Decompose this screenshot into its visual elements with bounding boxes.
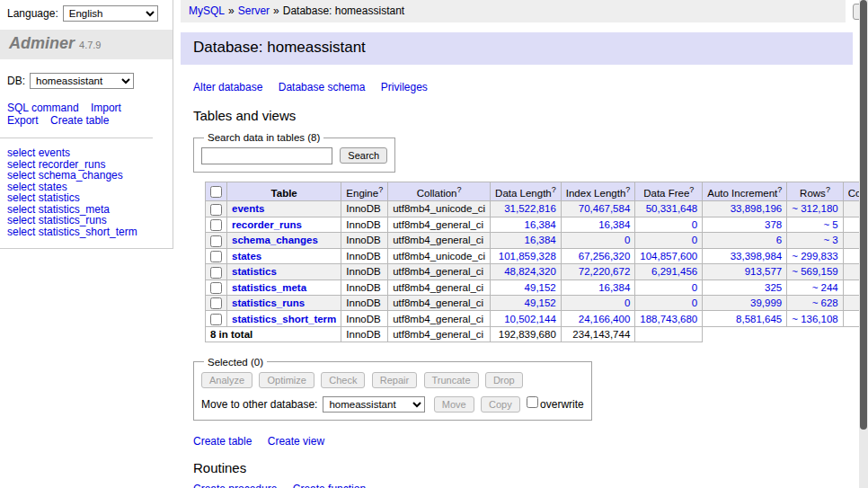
breadcrumb-link-server[interactable]: Server	[238, 4, 270, 17]
row-select-checkbox[interactable]	[210, 314, 222, 325]
scrollbar[interactable]	[859, 0, 868, 488]
data-free-value[interactable]: 0	[635, 279, 703, 295]
search-input[interactable]	[201, 147, 332, 164]
data-free-value[interactable]: 6,291,456	[635, 264, 703, 279]
rows-count-link[interactable]: ~ 136,108	[787, 311, 843, 326]
content-link[interactable]: Alter database	[193, 81, 262, 93]
row-select-checkbox[interactable]	[210, 267, 222, 279]
sidebar-table-link[interactable]: select statistics	[7, 192, 165, 204]
sidebar-table-link[interactable]: select statistics_runs	[7, 215, 165, 226]
row-select-checkbox[interactable]	[210, 235, 222, 247]
table-name-link[interactable]: events	[232, 203, 264, 214]
content-link[interactable]: Privileges	[381, 81, 428, 93]
table-name-link[interactable]: statistics_meta	[232, 282, 306, 293]
content-link[interactable]: Create function	[293, 483, 366, 488]
search-button[interactable]: Search	[340, 147, 387, 164]
help-link[interactable]: ?	[378, 185, 383, 194]
operation-button[interactable]: Drop	[485, 372, 523, 388]
sidebar-table-link[interactable]: select events	[7, 147, 165, 159]
move-database-select[interactable]: homeassistant	[323, 396, 425, 413]
table-name-link[interactable]: statistics_short_term	[232, 314, 336, 324]
sidebar-action-link[interactable]: SQL command	[7, 102, 79, 114]
data-length-value[interactable]: 16,384	[491, 217, 562, 232]
sidebar-table-link[interactable]: select schema_changes	[7, 170, 165, 182]
db-select[interactable]: homeassistant	[30, 73, 134, 89]
data-free-value[interactable]: 104,857,600	[635, 248, 703, 263]
content-link[interactable]: Create view	[268, 435, 324, 448]
data-free-value[interactable]: 50,331,648	[635, 201, 703, 217]
sidebar-table-link[interactable]: select statistics_short_term	[7, 226, 165, 238]
row-select-checkbox[interactable]	[210, 282, 222, 294]
breadcrumb-link-mysql[interactable]: MySQL	[189, 4, 225, 17]
data-length-value[interactable]: 101,859,328	[491, 248, 562, 263]
index-length-value[interactable]: 72,220,672	[561, 264, 635, 279]
table-name-link[interactable]: schema_changes	[232, 235, 318, 245]
data-length-value[interactable]: 49,152	[491, 295, 562, 310]
data-free-value[interactable]: 188,743,680	[635, 311, 703, 326]
auto-increment-value[interactable]: 8,581,645	[703, 311, 787, 326]
auto-increment-value[interactable]: 33,398,984	[703, 248, 787, 263]
sidebar-action-link[interactable]: Create table	[50, 114, 109, 127]
data-length-value[interactable]: 48,824,320	[491, 264, 562, 279]
rows-count-link[interactable]: ~ 299,833	[787, 248, 843, 263]
data-length-value[interactable]: 16,384	[491, 233, 562, 248]
column-header: Index Length?	[561, 182, 635, 201]
table-name-link[interactable]: statistics	[232, 266, 277, 277]
auto-increment-value[interactable]: 913,577	[703, 264, 787, 279]
rows-count-link[interactable]: ~ 628	[787, 295, 843, 310]
overwrite-checkbox[interactable]	[527, 396, 538, 408]
rows-count-link[interactable]: ~ 5	[787, 217, 843, 232]
data-length-value[interactable]: 10,502,144	[491, 311, 562, 326]
data-length-value[interactable]: 49,152	[491, 279, 562, 295]
rows-count-link[interactable]: ~ 569,159	[787, 264, 843, 279]
table-name-link[interactable]: states	[232, 251, 261, 262]
index-length-value[interactable]: 67,256,320	[561, 248, 635, 263]
table-name-link[interactable]: statistics_runs	[232, 297, 305, 308]
content-link[interactable]: Create table	[193, 435, 252, 448]
row-checkbox-cell	[206, 217, 227, 232]
operation-button[interactable]: Optimize	[259, 372, 314, 388]
help-link[interactable]: ?	[456, 185, 461, 194]
index-length-value[interactable]: 16,384	[561, 217, 635, 232]
operation-button[interactable]: Truncate	[424, 372, 479, 388]
operation-button[interactable]: Check	[321, 372, 365, 388]
auto-increment-value[interactable]: 325	[703, 279, 787, 295]
content-link[interactable]: Database schema	[279, 81, 366, 93]
auto-increment-value[interactable]: 6	[703, 233, 787, 248]
operation-button[interactable]: Analyze	[201, 372, 252, 388]
help-link[interactable]: ?	[552, 185, 556, 194]
data-length-value[interactable]: 31,522,816	[491, 201, 562, 217]
content-link[interactable]: Create procedure	[193, 483, 277, 488]
move-copy-button[interactable]: Copy	[481, 396, 520, 413]
row-select-checkbox[interactable]	[210, 251, 222, 262]
help-link[interactable]: ?	[826, 185, 830, 194]
index-length-value[interactable]: 0	[561, 233, 635, 248]
sidebar-action-link[interactable]: Import	[91, 102, 121, 114]
table-name-link[interactable]: recorder_runs	[232, 219, 302, 230]
data-free-value[interactable]: 0	[635, 217, 703, 232]
auto-increment-value[interactable]: 33,898,196	[703, 201, 787, 217]
auto-increment-value[interactable]: 39,999	[703, 295, 787, 310]
language-select[interactable]: English	[63, 5, 158, 22]
sidebar-action-link[interactable]: Export	[7, 114, 39, 127]
data-free-value[interactable]: 0	[635, 233, 703, 248]
select-all-checkbox[interactable]	[210, 186, 222, 198]
index-length-value[interactable]: 0	[561, 295, 635, 310]
data-free-value[interactable]: 0	[635, 295, 703, 310]
help-link[interactable]: ?	[625, 185, 630, 194]
row-select-checkbox[interactable]	[210, 204, 222, 216]
move-copy-button[interactable]: Move	[434, 396, 474, 413]
rows-count-link[interactable]: ~ 3	[787, 233, 843, 248]
rows-count-link[interactable]: ~ 244	[787, 279, 843, 295]
help-link[interactable]: ?	[689, 185, 694, 194]
index-length-value[interactable]: 70,467,584	[561, 201, 635, 217]
operation-button[interactable]: Repair	[372, 372, 417, 388]
row-select-checkbox[interactable]	[210, 219, 222, 231]
rows-count-link[interactable]: ~ 312,180	[787, 201, 843, 217]
help-link[interactable]: ?	[777, 185, 782, 194]
scrollbar-thumb[interactable]	[860, 0, 867, 430]
index-length-value[interactable]: 16,384	[561, 279, 635, 295]
auto-increment-value[interactable]: 378	[703, 217, 787, 232]
row-select-checkbox[interactable]	[210, 297, 222, 309]
index-length-value[interactable]: 24,166,400	[561, 311, 635, 326]
